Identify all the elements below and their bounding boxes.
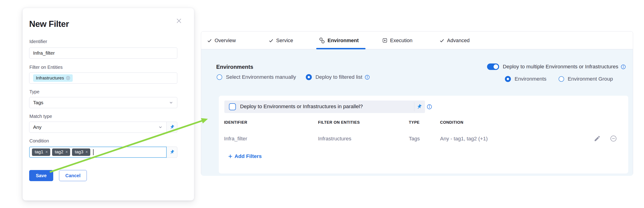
remove-chip-icon[interactable] bbox=[66, 76, 70, 80]
match-type-select[interactable]: Any bbox=[29, 122, 167, 133]
check-icon bbox=[439, 38, 444, 43]
tab-execution[interactable]: Execution bbox=[382, 32, 412, 49]
tab-label: Advanced bbox=[447, 38, 470, 44]
stage-tabbar: Overview Service Environment Execution bbox=[201, 32, 633, 49]
pin-icon[interactable] bbox=[415, 103, 423, 110]
tag-label: tag1 bbox=[35, 150, 43, 154]
entities-label: Filter on Entities bbox=[30, 64, 62, 70]
type-value: Tags bbox=[33, 100, 43, 106]
text-cursor bbox=[93, 149, 94, 155]
identifier-label: Identifier bbox=[30, 39, 47, 44]
save-button[interactable]: Save bbox=[29, 170, 53, 181]
match-type-label: Match type bbox=[30, 114, 52, 119]
row-type: Tags bbox=[409, 136, 420, 142]
match-type-value: Any bbox=[33, 124, 42, 130]
radio-label: Environments bbox=[514, 76, 546, 82]
condition-tag: tag2× bbox=[52, 148, 70, 156]
row-entities: Infrastructures bbox=[318, 136, 352, 142]
type-select[interactable]: Tags bbox=[29, 97, 177, 108]
info-icon[interactable] bbox=[427, 104, 432, 110]
environment-icon bbox=[319, 38, 325, 44]
close-icon[interactable] bbox=[176, 17, 182, 24]
plus-icon bbox=[228, 154, 233, 159]
radio-label: Environment Group bbox=[568, 76, 613, 82]
deploy-multiple-toggle-row: Deploy to multiple Environments or Infra… bbox=[487, 64, 626, 70]
condition-tag: tag1× bbox=[32, 148, 50, 156]
match-type-pin-box[interactable] bbox=[167, 122, 177, 133]
col-type: TYPE bbox=[409, 120, 420, 125]
condition-input[interactable]: tag1× tag2× tag3× bbox=[29, 146, 167, 158]
remove-tag-icon[interactable]: × bbox=[86, 150, 88, 154]
identifier-value: Infra_filter bbox=[33, 50, 55, 56]
radio-environments[interactable] bbox=[505, 76, 511, 82]
check-icon bbox=[207, 38, 212, 43]
entities-input[interactable]: Infrastructures bbox=[29, 72, 177, 84]
type-label: Type bbox=[30, 89, 39, 94]
col-condition: CONDITION bbox=[440, 120, 464, 125]
chevron-down-icon bbox=[158, 125, 163, 130]
tab-service[interactable]: Service bbox=[268, 32, 293, 49]
tab-overview[interactable]: Overview bbox=[207, 32, 236, 49]
remove-tag-icon[interactable]: × bbox=[65, 150, 68, 154]
radio-deploy-filtered[interactable] bbox=[306, 74, 312, 80]
row-condition: Any - tag1, tag2 (+1) bbox=[440, 136, 488, 142]
parallel-checkbox[interactable] bbox=[229, 103, 236, 110]
remove-row-icon[interactable] bbox=[610, 135, 617, 142]
entities-chip: Infrastructures bbox=[33, 74, 73, 82]
execution-icon bbox=[382, 38, 388, 43]
check-icon bbox=[268, 38, 274, 43]
pin-icon bbox=[168, 124, 176, 131]
cancel-button[interactable]: Cancel bbox=[59, 170, 87, 181]
entities-chip-label: Infrastructures bbox=[36, 76, 64, 80]
radio-select-manually[interactable] bbox=[217, 74, 222, 80]
tab-label: Environment bbox=[328, 38, 358, 44]
env-select-radios: Select Environments manually Deploy to f… bbox=[217, 74, 370, 80]
tag-label: tag2 bbox=[55, 150, 64, 154]
toggle-knob bbox=[494, 64, 498, 69]
radio-label: Select Environments manually bbox=[226, 74, 296, 80]
parallel-label: Deploy to Environments or Infrastructure… bbox=[240, 104, 363, 110]
add-filters-button[interactable]: Add Filters bbox=[228, 153, 262, 159]
parallel-option-bar: Deploy to Environments or Infrastructure… bbox=[224, 100, 425, 113]
edit-icon[interactable] bbox=[594, 135, 601, 142]
environments-heading: Environments bbox=[216, 64, 253, 70]
condition-tag: tag3× bbox=[72, 148, 90, 156]
col-identifier: IDENTIFIER bbox=[224, 120, 247, 125]
tag-label: tag3 bbox=[75, 150, 83, 154]
radio-environment-group[interactable] bbox=[558, 76, 564, 82]
page: Overview Service Environment Execution bbox=[0, 0, 644, 208]
tab-advanced[interactable]: Advanced bbox=[439, 32, 470, 49]
tab-environment[interactable]: Environment bbox=[319, 32, 358, 49]
info-icon[interactable] bbox=[364, 74, 370, 80]
col-filter-on-entities: FILTER ON ENTITIES bbox=[318, 120, 360, 125]
remove-tag-icon[interactable]: × bbox=[45, 150, 48, 154]
dialog-title: New Filter bbox=[29, 19, 69, 29]
tab-label: Execution bbox=[390, 38, 412, 44]
info-icon[interactable] bbox=[620, 64, 626, 70]
radio-label: Deploy to filtered list bbox=[316, 74, 362, 80]
env-type-radios: Environments Environment Group bbox=[505, 76, 613, 82]
condition-label: Condition bbox=[30, 138, 49, 144]
pipeline-stage-panel: Overview Service Environment Execution bbox=[201, 31, 633, 176]
identifier-input[interactable]: Infra_filter bbox=[29, 48, 177, 58]
tab-label: Overview bbox=[214, 38, 236, 44]
add-filters-label: Add Filters bbox=[234, 153, 262, 159]
chevron-down-icon bbox=[169, 100, 174, 105]
tab-label: Service bbox=[276, 38, 293, 44]
pin-icon bbox=[168, 149, 176, 156]
environment-tab-content: Environments Select Environments manuall… bbox=[201, 49, 633, 176]
new-filter-dialog: New Filter Identifier Infra_filter Filte… bbox=[22, 8, 194, 200]
deploy-multiple-toggle[interactable] bbox=[487, 64, 499, 70]
filters-card: Deploy to Environments or Infrastructure… bbox=[219, 96, 628, 174]
row-identifier: Infra_filter bbox=[224, 136, 247, 142]
condition-pin-box[interactable] bbox=[167, 146, 177, 158]
toggle-label: Deploy to multiple Environments or Infra… bbox=[503, 64, 618, 70]
